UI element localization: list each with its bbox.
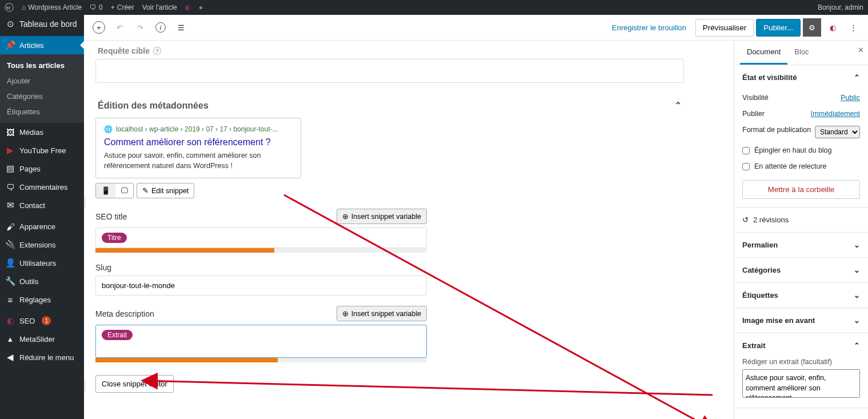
plus-icon: + bbox=[111, 3, 115, 11]
redo-button[interactable]: ↷ bbox=[131, 18, 149, 37]
yoast-bar-icon[interactable]: ◐ bbox=[185, 3, 191, 11]
sidebar-item-extensions[interactable]: 🔌Extensions bbox=[0, 236, 84, 254]
settings-toggle-button[interactable]: ⚙ bbox=[803, 18, 821, 37]
wp-logo-icon[interactable] bbox=[5, 3, 14, 12]
tab-bloc[interactable]: Bloc bbox=[787, 41, 815, 65]
tab-document[interactable]: Document bbox=[740, 41, 787, 65]
section-permalink[interactable]: Permalien⌄ bbox=[734, 233, 868, 257]
mobile-icon: 📱 bbox=[101, 186, 110, 195]
snippet-title: Comment améliorer son référencement ? bbox=[104, 137, 293, 147]
site-home-link[interactable]: ⌂ Wordpress Article bbox=[22, 3, 82, 11]
view-article-link[interactable]: Voir l'article bbox=[142, 3, 177, 11]
sidebar-item-seo[interactable]: ◐SEO1 bbox=[0, 312, 84, 330]
sidebar-sub-categories[interactable]: Catégories bbox=[0, 89, 84, 104]
pending-checkbox[interactable] bbox=[742, 163, 750, 170]
insert-var-title-button[interactable]: ⊕Insert snippet variable bbox=[337, 209, 427, 224]
extrait-chip[interactable]: Extrait bbox=[102, 330, 133, 340]
comments-link[interactable]: 🗨 0 bbox=[90, 3, 103, 11]
stick-label: Épingler en haut du blog bbox=[754, 146, 832, 154]
user-icon: 👤 bbox=[6, 258, 15, 268]
sidebar-sub-all-articles[interactable]: Tous les articles bbox=[0, 58, 84, 73]
sidebar-item-comments[interactable]: 🗨Commentaires bbox=[0, 178, 84, 196]
publish-value[interactable]: Immédiatement bbox=[811, 110, 860, 118]
more-button[interactable]: ⋮ bbox=[844, 18, 862, 37]
seo-title-progress bbox=[95, 248, 274, 253]
add-block-button[interactable]: + bbox=[90, 18, 108, 37]
sidebar-item-metaslider[interactable]: ▴MetaSlider bbox=[0, 330, 84, 348]
gauge-icon: ⊙ bbox=[6, 19, 15, 29]
globe-icon: 🌐 bbox=[104, 125, 113, 133]
pin-icon: 📌 bbox=[6, 41, 15, 50]
admin-sidebar: ⊙Tableau de bord 📌Articles Tous les arti… bbox=[0, 15, 84, 419]
excerpt-label: Rédiger un extrait (facultatif) bbox=[742, 358, 860, 366]
chevron-up-icon: ⌃ bbox=[854, 73, 860, 82]
plus-circle-icon: ⊕ bbox=[342, 212, 349, 221]
metadesc-field[interactable]: Extrait bbox=[95, 325, 427, 358]
revisions-link[interactable]: ↺2 révisions bbox=[734, 207, 868, 233]
publish-button[interactable]: Publier... bbox=[756, 19, 801, 37]
outline-button[interactable]: ☰ bbox=[172, 18, 190, 37]
snippet-url-text: localhost › wp-article › 2019 › 07 › 17 … bbox=[116, 125, 278, 133]
sidebar-item-media[interactable]: 🖾Médias bbox=[0, 123, 84, 141]
insert-var-metadesc-button[interactable]: ⊕Insert snippet variable bbox=[337, 306, 427, 321]
dot-icon[interactable]: ● bbox=[199, 3, 203, 11]
media-icon: 🖾 bbox=[6, 127, 15, 137]
sidebar-collapse[interactable]: ◀Réduire le menu bbox=[0, 348, 84, 366]
preview-button[interactable]: Prévisualiser bbox=[695, 19, 754, 37]
stick-checkbox[interactable] bbox=[742, 147, 750, 154]
sidebar-sub-add[interactable]: Ajouter bbox=[0, 73, 84, 89]
trash-button[interactable]: Mettre à la corbeille bbox=[742, 180, 860, 199]
sidebar-item-appearance[interactable]: 🖌Apparence bbox=[0, 217, 84, 236]
chevron-up-icon[interactable]: ⌃ bbox=[674, 100, 682, 111]
chevron-down-icon: ⌄ bbox=[854, 266, 860, 274]
close-inspector-button[interactable]: × bbox=[858, 45, 863, 55]
help-icon[interactable]: ? bbox=[153, 47, 161, 55]
caret-left-b[interactable]: ▶ bbox=[84, 381, 85, 391]
pencil-icon: ✎ bbox=[142, 186, 149, 195]
yoast-toggle-button[interactable]: ◐ bbox=[823, 18, 842, 37]
collapse-icon: ◀ bbox=[6, 353, 15, 362]
slug-label: Slug bbox=[95, 263, 111, 272]
section-categories[interactable]: Catégories⌄ bbox=[734, 258, 868, 282]
sidebar-item-youtube[interactable]: ▶YouTube Free bbox=[0, 141, 84, 159]
slug-input[interactable] bbox=[95, 276, 427, 296]
section-tags[interactable]: Étiquettes⌄ bbox=[734, 283, 868, 308]
title-chip[interactable]: Titre bbox=[102, 233, 127, 243]
sidebar-item-settings[interactable]: ≡Réglages bbox=[0, 290, 84, 309]
desktop-icon: 🖵 bbox=[121, 186, 128, 195]
info-button[interactable]: i bbox=[151, 18, 170, 37]
create-link[interactable]: + Créer bbox=[111, 3, 134, 11]
section-status[interactable]: État et visibilité⌃ bbox=[734, 65, 868, 90]
sidebar-item-pages[interactable]: ▤Pages bbox=[0, 159, 84, 178]
device-desktop-tab[interactable]: 🖵 bbox=[115, 183, 133, 198]
requete-input[interactable] bbox=[95, 59, 684, 83]
save-draft-button[interactable]: Enregistrer le brouillon bbox=[605, 23, 693, 32]
yoast-icon: ◐ bbox=[6, 316, 15, 325]
snippet-preview: 🌐localhost › wp-article › 2019 › 07 › 17… bbox=[95, 118, 301, 178]
visibility-label: Visibilité bbox=[742, 94, 769, 102]
sliders-icon: ≡ bbox=[6, 295, 15, 304]
sidebar-item-contact[interactable]: ✉Contact bbox=[0, 196, 84, 214]
chevron-down-icon: ⌄ bbox=[854, 241, 860, 249]
undo-button[interactable]: ↶ bbox=[110, 18, 129, 37]
plus-circle-icon: ⊕ bbox=[342, 309, 349, 318]
svg-point-0 bbox=[5, 3, 13, 11]
close-snippet-button[interactable]: Close snippet editor bbox=[95, 375, 174, 393]
sidebar-item-dashboard[interactable]: ⊙Tableau de bord bbox=[0, 15, 84, 33]
device-mobile-tab[interactable]: 📱 bbox=[96, 183, 115, 198]
pending-label: En attente de relecture bbox=[754, 162, 826, 170]
seo-title-field[interactable]: Titre bbox=[95, 228, 427, 248]
sidebar-item-articles[interactable]: 📌Articles bbox=[0, 36, 84, 54]
format-select[interactable]: Standard bbox=[815, 126, 860, 138]
seo-title-label: SEO title bbox=[95, 212, 127, 221]
excerpt-input[interactable] bbox=[742, 369, 860, 398]
edit-snippet-button[interactable]: ✎Edit snippet bbox=[137, 183, 194, 198]
sidebar-sub-tags[interactable]: Étiquettes bbox=[0, 104, 84, 119]
visibility-value[interactable]: Public bbox=[841, 94, 860, 102]
section-excerpt[interactable]: Extrait⌃ bbox=[734, 333, 868, 358]
section-featured[interactable]: Image mise en avant⌄ bbox=[734, 308, 868, 333]
sidebar-item-tools[interactable]: 🔧Outils bbox=[0, 272, 84, 290]
account-link[interactable]: Bonjour, admin bbox=[818, 3, 863, 11]
caret-left-a[interactable]: ▶ bbox=[84, 198, 85, 208]
sidebar-item-users[interactable]: 👤Utilisateurs bbox=[0, 254, 84, 272]
